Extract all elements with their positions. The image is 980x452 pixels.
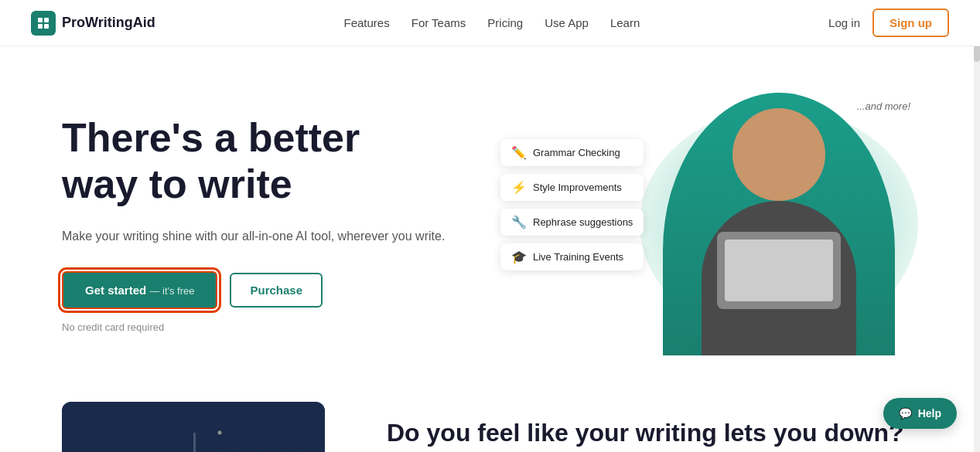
nav-actions: Log in Sign up xyxy=(828,8,949,37)
hero-buttons: Get started — it's free Purchase xyxy=(62,271,445,309)
logo-icon xyxy=(31,11,56,36)
help-button[interactable]: 💬 Help xyxy=(883,398,957,429)
brand-name: ProWritingAid xyxy=(62,15,155,31)
purchase-button[interactable]: Purchase xyxy=(230,273,323,308)
nav-links: Features For Teams Pricing Use App Learn xyxy=(344,16,640,29)
feature-pills: ✏️ Grammar Checking ⚡ Style Improvements… xyxy=(500,139,644,270)
pill-training: 🎓 Live Training Events xyxy=(500,243,644,270)
rephrase-icon: 🔧 xyxy=(511,215,527,229)
nav-for-teams[interactable]: For Teams xyxy=(411,16,466,29)
nav-features[interactable]: Features xyxy=(344,16,390,29)
hero-title: There's a better way to write xyxy=(62,115,445,208)
lower-content: Do you feel like your writing lets you d… xyxy=(387,402,918,450)
signup-button[interactable]: Sign up xyxy=(872,8,949,37)
svg-rect-0 xyxy=(38,18,43,22)
lower-section: Do you feel like your writing lets you d… xyxy=(0,402,980,452)
svg-rect-3 xyxy=(44,24,49,29)
svg-rect-2 xyxy=(38,24,43,29)
lower-image xyxy=(62,402,325,452)
laptop xyxy=(717,232,841,309)
pill-grammar: ✏️ Grammar Checking xyxy=(500,139,644,166)
get-started-label: Get started xyxy=(85,284,146,297)
hero-content: There's a better way to write Make your … xyxy=(62,115,445,332)
nav-use-app[interactable]: Use App xyxy=(545,16,589,29)
second-image-overlay xyxy=(193,433,325,452)
hero-illustration: ...and more! ✏️ Grammar Checking ⚡ Style… xyxy=(516,93,918,355)
help-icon: 💬 xyxy=(899,407,912,420)
pill-style-label: Style Improvements xyxy=(533,182,622,193)
hero-section: There's a better way to write Make your … xyxy=(0,46,980,402)
style-icon: ⚡ xyxy=(511,180,527,195)
pill-training-label: Live Training Events xyxy=(533,251,623,263)
pill-rephrase-label: Rephrase suggestions xyxy=(533,216,633,228)
and-more-label: ...and more! xyxy=(857,100,910,112)
help-label: Help xyxy=(918,407,941,420)
hero-subtitle: Make your writing shine with our all-in-… xyxy=(62,226,445,246)
grammar-icon: ✏️ xyxy=(511,145,527,160)
free-label: — it's free xyxy=(149,285,194,297)
training-icon: 🎓 xyxy=(511,250,527,264)
pill-style: ⚡ Style Improvements xyxy=(500,174,644,201)
get-started-button[interactable]: Get started — it's free xyxy=(62,271,217,309)
scrollbar[interactable] xyxy=(974,0,980,452)
svg-rect-1 xyxy=(44,18,49,22)
nav-pricing[interactable]: Pricing xyxy=(487,16,523,29)
no-credit-card-note: No credit card required xyxy=(62,321,445,333)
nav-learn[interactable]: Learn xyxy=(610,16,640,29)
pill-rephrase: 🔧 Rephrase suggestions xyxy=(500,209,644,236)
navigation: ProWritingAid Features For Teams Pricing… xyxy=(0,0,980,46)
logo-link[interactable]: ProWritingAid xyxy=(31,11,155,36)
login-link[interactable]: Log in xyxy=(828,16,860,29)
laptop-screen xyxy=(725,240,833,301)
pill-grammar-label: Grammar Checking xyxy=(533,147,620,158)
person-body xyxy=(702,201,856,355)
lower-title: Do you feel like your writing lets you d… xyxy=(387,417,918,450)
person-head xyxy=(732,108,825,201)
